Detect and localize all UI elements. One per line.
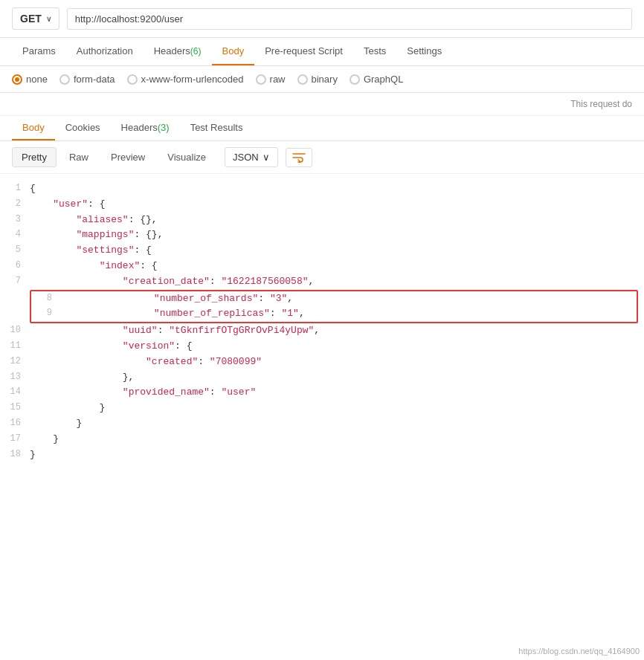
- json-line: 1{: [0, 181, 644, 197]
- json-line: 3 "aliases": {},: [0, 213, 644, 228]
- tab-body-res[interactable]: Body: [12, 116, 55, 140]
- line-number: 11: [6, 339, 30, 353]
- tab-settings[interactable]: Settings: [396, 38, 452, 65]
- json-line: 4 "mappings": {},: [0, 227, 644, 243]
- line-content: },: [30, 370, 638, 386]
- json-line: 12 "created": "7080099": [0, 355, 644, 370]
- response-tabs: Body Cookies Headers(3) Test Results: [0, 116, 644, 141]
- line-content: "creation_date": "1622187560058",: [30, 274, 638, 290]
- json-line: 2 "user": {: [0, 197, 644, 213]
- radio-dot-binary: [297, 74, 308, 85]
- method-label: GET: [20, 13, 42, 25]
- line-number: 14: [6, 385, 30, 399]
- radio-none-label: none: [26, 74, 48, 85]
- line-content: "mappings": {},: [30, 227, 638, 243]
- line-content: "number_of_shards": "3",: [61, 291, 631, 307]
- line-number: 4: [6, 227, 30, 242]
- radio-dot-raw: [256, 74, 266, 85]
- wrap-button[interactable]: [286, 148, 312, 167]
- radio-urlencoded-label: x-www-form-urlencoded: [141, 74, 244, 85]
- line-number: 17: [6, 432, 30, 446]
- notice-bar: This request do: [0, 93, 644, 116]
- json-line: 5 "settings": {: [0, 243, 644, 259]
- chevron-down-icon: ∨: [263, 152, 270, 163]
- radio-graphql[interactable]: GraphQL: [350, 74, 403, 85]
- tab-body-req[interactable]: Body: [212, 38, 255, 65]
- highlighted-lines: 8 "number_of_shards": "3",9 "number_of_r…: [30, 290, 638, 324]
- radio-dot-form-data: [59, 74, 70, 85]
- json-line: 16 }: [0, 416, 644, 432]
- line-content: }: [30, 447, 638, 463]
- json-line: 14 "provided_name": "user": [0, 385, 644, 401]
- line-content: "index": {: [30, 259, 638, 274]
- tab-cookies[interactable]: Cookies: [55, 116, 111, 140]
- radio-dot-graphql: [350, 74, 360, 85]
- line-number: 8: [37, 291, 61, 305]
- line-number: 18: [6, 447, 30, 462]
- line-content: {: [30, 181, 638, 197]
- format-toolbar: Pretty Raw Preview Visualize JSON ∨: [0, 141, 644, 174]
- line-content: "version": {: [30, 339, 638, 355]
- line-number: 16: [6, 416, 30, 430]
- line-number: 3: [6, 213, 30, 227]
- method-select[interactable]: GET ∨: [12, 7, 59, 30]
- radio-none[interactable]: none: [12, 74, 48, 85]
- line-content: "created": "7080099": [30, 355, 638, 370]
- radio-form-data[interactable]: form-data: [59, 74, 115, 85]
- line-content: "settings": {: [30, 243, 638, 259]
- chevron-down-icon: ∨: [46, 15, 51, 23]
- json-line: 17 }: [0, 432, 644, 447]
- fmt-raw-btn[interactable]: Raw: [59, 147, 98, 167]
- notice-text: This request do: [570, 99, 632, 109]
- json-line: 13 },: [0, 370, 644, 386]
- json-line: 18}: [0, 447, 644, 463]
- json-line: 11 "version": {: [0, 339, 644, 355]
- radio-form-data-label: form-data: [74, 74, 115, 85]
- body-options: none form-data x-www-form-urlencoded raw…: [0, 66, 644, 93]
- json-line: 8 "number_of_shards": "3",: [31, 291, 637, 307]
- fmt-preview-btn[interactable]: Preview: [101, 147, 155, 167]
- line-number: 1: [6, 181, 30, 195]
- fmt-pretty-btn[interactable]: Pretty: [12, 147, 57, 167]
- line-number: 13: [6, 370, 30, 384]
- tab-params[interactable]: Params: [12, 38, 66, 65]
- line-number: 9: [37, 306, 61, 320]
- json-line: 7 "creation_date": "1622187560058",: [0, 274, 644, 290]
- radio-urlencoded[interactable]: x-www-form-urlencoded: [127, 74, 244, 85]
- tab-pre-request[interactable]: Pre-request Script: [254, 38, 353, 65]
- tab-headers-req[interactable]: Headers(6): [144, 38, 212, 65]
- line-number: 12: [6, 355, 30, 369]
- line-content: "provided_name": "user": [30, 385, 638, 401]
- request-tabs: Params Authorization Headers(6) Body Pre…: [0, 38, 644, 66]
- radio-raw-label: raw: [270, 74, 286, 85]
- tab-test-results[interactable]: Test Results: [180, 116, 254, 140]
- line-content: "aliases": {},: [30, 213, 638, 228]
- json-format-select[interactable]: JSON ∨: [225, 147, 278, 167]
- line-content: }: [30, 416, 638, 432]
- line-content: }: [30, 432, 638, 447]
- radio-graphql-label: GraphQL: [364, 74, 403, 85]
- url-input[interactable]: [67, 8, 632, 30]
- line-number: 5: [6, 243, 30, 257]
- line-number: 7: [6, 274, 30, 288]
- tab-tests[interactable]: Tests: [353, 38, 396, 65]
- radio-raw[interactable]: raw: [256, 74, 286, 85]
- radio-binary[interactable]: binary: [297, 74, 338, 85]
- json-content: 1{2 "user": {3 "aliases": {},4 "mappings…: [0, 174, 644, 470]
- fmt-visualize-btn[interactable]: Visualize: [158, 147, 216, 167]
- json-line: 10 "uuid": "tGknfirfOTgGRrOvPi4yUpw",: [0, 323, 644, 339]
- line-content: "number_of_replicas": "1",: [61, 306, 631, 322]
- line-number: 2: [6, 197, 30, 211]
- tab-headers-res[interactable]: Headers(3): [111, 116, 180, 140]
- radio-dot-none: [12, 74, 22, 85]
- tab-authorization[interactable]: Authorization: [66, 38, 144, 65]
- json-line: 9 "number_of_replicas": "1",: [31, 306, 637, 322]
- line-content: "user": {: [30, 197, 638, 213]
- json-format-label: JSON: [233, 152, 259, 163]
- radio-binary-label: binary: [312, 74, 338, 85]
- radio-dot-urlencoded: [127, 74, 138, 85]
- json-line: 15 }: [0, 401, 644, 416]
- json-line: 6 "index": {: [0, 259, 644, 274]
- line-number: 10: [6, 323, 30, 337]
- line-number: 15: [6, 401, 30, 415]
